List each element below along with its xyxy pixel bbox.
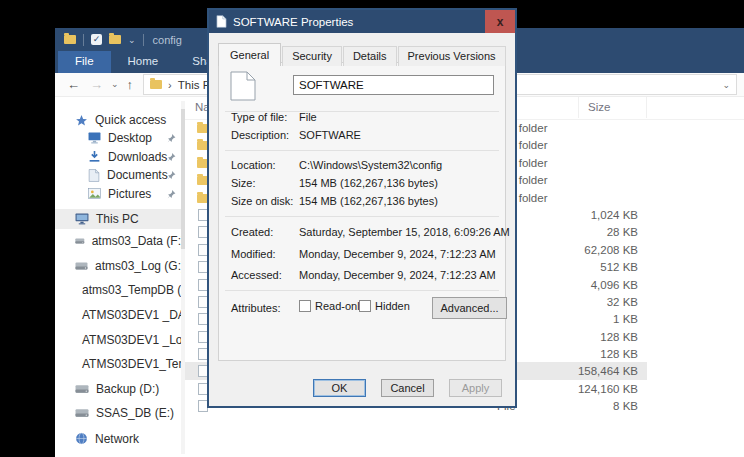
cancel-button[interactable]: Cancel xyxy=(381,379,434,397)
sidebar-item-this-pc[interactable]: This PC xyxy=(55,209,185,229)
dialog-titlebar[interactable]: SOFTWARE Properties x xyxy=(209,10,515,33)
file-size: 1 KB xyxy=(543,313,638,325)
sidebar-item-documents[interactable]: Documents xyxy=(55,166,185,185)
computer-icon xyxy=(75,213,89,225)
field-value: SOFTWARE xyxy=(299,129,361,141)
window-title: config xyxy=(153,34,182,46)
sidebar-item-label: Network xyxy=(95,432,139,446)
sidebar-item-pictures[interactable]: Pictures xyxy=(55,185,185,204)
dialog-tab-bar: General Security Details Previous Versio… xyxy=(218,43,507,66)
file-size: 158,464 KB xyxy=(543,365,638,377)
sidebar-item-label: SSAS_DB (E:) xyxy=(96,406,174,420)
tab-security[interactable]: Security xyxy=(282,46,342,66)
sidebar-item-drive-ssas[interactable]: SSAS_DB (E:) xyxy=(55,401,185,426)
sidebar-item-drive-backup[interactable]: Backup (D:) xyxy=(55,377,185,402)
advanced-button[interactable]: Advanced... xyxy=(432,297,507,319)
tab-previous-versions[interactable]: Previous Versions xyxy=(398,46,506,66)
close-button[interactable]: x xyxy=(485,10,515,33)
sidebar-item-quick-access[interactable]: Quick access xyxy=(55,111,185,129)
document-icon xyxy=(88,169,100,182)
drive-icon xyxy=(75,408,89,418)
sidebar-item-drive-g[interactable]: atms03_Log (G:) xyxy=(55,254,185,279)
apply-button[interactable]: Apply xyxy=(449,379,502,397)
divider xyxy=(143,34,144,46)
file-size: 28 KB xyxy=(543,226,638,238)
download-icon xyxy=(88,150,101,163)
recent-locations-chevron-icon[interactable]: ⌄ xyxy=(108,78,122,91)
file-size: 512 KB xyxy=(543,261,638,273)
properties-check-icon[interactable] xyxy=(91,34,102,45)
sidebar-item-desktop[interactable]: Desktop xyxy=(55,129,185,148)
file-icon xyxy=(230,71,256,101)
sidebar-item-label: atms03_Data (F:) xyxy=(92,234,185,248)
folder-icon[interactable] xyxy=(64,35,76,44)
sidebar-item-network[interactable]: Network xyxy=(55,429,185,449)
sidebar-item-label: atms03_TempDB (H:) xyxy=(82,283,185,297)
sidebar-item-drive-data[interactable]: ATMS03DEV1 _DATA xyxy=(55,303,185,328)
column-header-size[interactable]: Size xyxy=(578,97,647,118)
field-value: Monday, December 9, 2024, 7:12:23 AM xyxy=(299,269,496,281)
field-label: Size: xyxy=(231,177,255,189)
read-only-option: Read-only xyxy=(299,300,365,312)
desktop-icon xyxy=(88,132,101,144)
breadcrumb-separator: › xyxy=(168,79,172,91)
field-value: 154 MB (162,267,136 bytes) xyxy=(299,177,438,189)
dialog-title: SOFTWARE Properties xyxy=(233,16,353,28)
tab-details[interactable]: Details xyxy=(343,46,397,66)
star-icon xyxy=(75,114,88,127)
field-label: Size on disk: xyxy=(231,195,293,207)
hidden-label: Hidden xyxy=(375,300,410,312)
file-size: 128 KB xyxy=(543,348,638,360)
divider xyxy=(225,216,499,217)
forward-button[interactable]: → xyxy=(85,78,108,91)
field-label: Location: xyxy=(231,159,276,171)
sidebar-item-label: ATMS03DEV1 _Log (J xyxy=(82,333,185,347)
attributes-label: Attributes: xyxy=(231,302,281,314)
drive-icon xyxy=(75,261,88,271)
field-label: Created: xyxy=(231,226,273,238)
ribbon-tab-file[interactable]: File xyxy=(58,51,111,73)
hidden-checkbox[interactable] xyxy=(359,300,371,312)
sidebar-item-label: ATMS03DEV1 _DATA xyxy=(82,308,185,322)
up-button[interactable]: ↑ xyxy=(122,78,139,91)
file-size: 124,160 KB xyxy=(543,383,638,395)
picture-icon xyxy=(88,188,101,199)
address-dropdown-chevron-icon[interactable]: ⌄ xyxy=(722,80,730,90)
field-value: C:\Windows\System32\config xyxy=(299,159,442,171)
folder-icon xyxy=(150,80,162,89)
sidebar-item-drive-tempdb[interactable]: ATMS03DEV1_TempD xyxy=(55,352,185,377)
field-label: Description: xyxy=(231,129,289,141)
sidebar-item-label: atms03_Log (G:) xyxy=(95,259,185,273)
file-size: 4,096 KB xyxy=(543,279,638,291)
tab-general[interactable]: General xyxy=(218,43,281,66)
divider xyxy=(225,290,499,291)
field-value: 154 MB (162,267,136 bytes) xyxy=(299,195,438,207)
sidebar-item-drive-h[interactable]: atms03_TempDB (H:) xyxy=(55,278,185,303)
general-tab-page: Type of file: File Description: SOFTWARE… xyxy=(218,62,506,361)
properties-dialog: SOFTWARE Properties x General Security D… xyxy=(207,8,517,408)
sidebar-item-label: This PC xyxy=(96,212,139,226)
folder-icon[interactable] xyxy=(109,35,121,44)
field-value: File xyxy=(299,111,317,123)
file-icon xyxy=(216,15,227,28)
sidebar-item-downloads[interactable]: Downloads xyxy=(55,148,185,167)
divider xyxy=(225,150,499,151)
drive-icon xyxy=(75,236,85,246)
sidebar-item-label: Downloads xyxy=(108,150,167,164)
ribbon-tab-home[interactable]: Home xyxy=(111,51,176,73)
back-button[interactable]: ← xyxy=(62,78,85,91)
divider xyxy=(83,34,84,46)
file-size: 1,024 KB xyxy=(543,209,638,221)
read-only-checkbox[interactable] xyxy=(299,300,311,312)
pin-icon xyxy=(167,152,176,161)
ok-button[interactable]: OK xyxy=(313,379,366,397)
file-size: 8 KB xyxy=(543,400,638,412)
sidebar-item-drive-f[interactable]: atms03_Data (F:) xyxy=(55,229,185,254)
qat-chevron-icon[interactable]: ⌄ xyxy=(128,35,136,45)
sidebar-item-label: Desktop xyxy=(108,131,152,145)
filename-input[interactable] xyxy=(293,75,494,95)
field-label: Type of file: xyxy=(231,111,287,123)
pin-icon xyxy=(167,189,176,198)
sidebar-item-drive-log[interactable]: ATMS03DEV1 _Log (J xyxy=(55,327,185,352)
sidebar-item-label: Backup (D:) xyxy=(96,382,159,396)
